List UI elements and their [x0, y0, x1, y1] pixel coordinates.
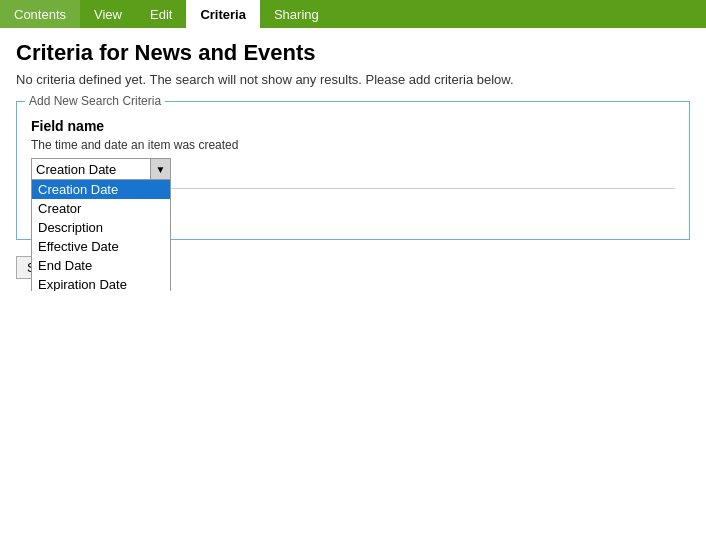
nav-tab-criteria[interactable]: Criteria — [186, 0, 260, 28]
select-arrow-icon[interactable]: ▼ — [150, 159, 170, 179]
nav-tab-contents[interactable]: Contents — [0, 0, 80, 28]
dropdown-item-effective-date[interactable]: Effective Date — [32, 237, 170, 256]
page-title: Criteria for News and Events — [16, 40, 690, 66]
nav-bar: ContentsViewEditCriteriaSharing — [0, 0, 706, 28]
dropdown-list: Creation DateCreatorDescriptionEffective… — [31, 180, 171, 291]
nav-tab-edit[interactable]: Edit — [136, 0, 186, 28]
page-content: Criteria for News and Events No criteria… — [0, 28, 706, 291]
select-display-text: Creation Date — [32, 160, 150, 179]
field-select-wrapper[interactable]: Creation Date ▼ Creation DateCreatorDesc… — [31, 158, 171, 180]
field-select-display[interactable]: Creation Date ▼ — [31, 158, 171, 180]
criteria-section: Add New Search Criteria Field name The t… — [16, 101, 690, 240]
dropdown-item-expiration-date[interactable]: Expiration Date — [32, 275, 170, 291]
nav-tab-view[interactable]: View — [80, 0, 136, 28]
field-name-label: Field name — [31, 118, 675, 134]
dropdown-item-description[interactable]: Description — [32, 218, 170, 237]
field-description: The time and date an item was created — [31, 138, 675, 152]
info-text: No criteria defined yet. The search will… — [16, 72, 690, 87]
section-legend: Add New Search Criteria — [25, 94, 165, 108]
dropdown-item-creator[interactable]: Creator — [32, 199, 170, 218]
nav-tab-sharing[interactable]: Sharing — [260, 0, 333, 28]
dropdown-item-end-date[interactable]: End Date — [32, 256, 170, 275]
dropdown-item-creation-date[interactable]: Creation Date — [32, 180, 170, 199]
